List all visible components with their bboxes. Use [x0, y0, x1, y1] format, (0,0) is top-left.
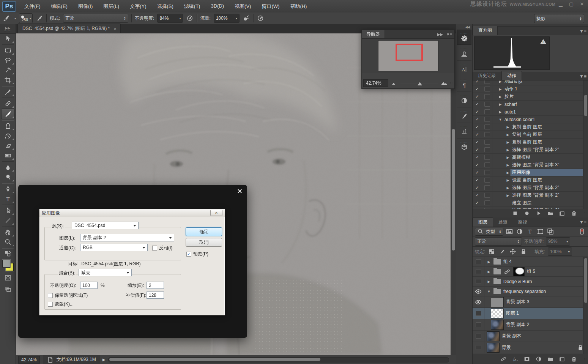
- action-dialog-toggle[interactable]: [482, 93, 492, 100]
- action-row-9[interactable]: ✓▶选择 图层 “背景 副本 2”: [473, 146, 588, 154]
- layer-select[interactable]: 背景 副本 2: [80, 234, 174, 241]
- horizontal-scrollbar[interactable]: [108, 357, 449, 362]
- panel-menu-icon[interactable]: ▼≡: [579, 74, 586, 79]
- trash-icon[interactable]: [571, 210, 577, 217]
- adjustments-icon[interactable]: [516, 228, 523, 235]
- expand-triangle-icon[interactable]: ▶: [505, 163, 511, 167]
- layer-name[interactable]: 背景 副本: [502, 333, 521, 339]
- expand-triangle-icon[interactable]: ▶: [498, 95, 503, 99]
- menu-item-4[interactable]: 文字(Y): [125, 2, 151, 11]
- vector-filter-icon[interactable]: [536, 228, 544, 235]
- layer-row-2[interactable]: ▶Dodge & Burn: [473, 277, 588, 287]
- menu-item-10[interactable]: 帮助(H): [285, 2, 311, 11]
- action-label[interactable]: 复制 当前 图层: [511, 131, 588, 138]
- action-check-icon[interactable]: ✓: [473, 108, 482, 115]
- gradient-tool[interactable]: [2, 151, 14, 161]
- trash-icon[interactable]: [571, 356, 577, 362]
- layer-name[interactable]: 背景 副本 3: [506, 299, 529, 305]
- line-tool[interactable]: [2, 216, 14, 225]
- resize-grip[interactable]: ∷: [584, 211, 586, 215]
- airbrush-icon[interactable]: [243, 14, 250, 22]
- visibility-empty-well[interactable]: [473, 331, 484, 342]
- dialog-close-icon[interactable]: ✕: [210, 210, 222, 216]
- action-label[interactable]: 复制 当前 图层: [511, 139, 588, 146]
- action-row-11[interactable]: ✓▶选择 图层 “背景 副本 3”: [473, 161, 588, 169]
- warning-icon[interactable]: [540, 39, 546, 44]
- zoom-tool[interactable]: [2, 237, 14, 247]
- eye-icon[interactable]: [473, 296, 484, 307]
- expand-triangle-icon[interactable]: ▶: [505, 156, 511, 159]
- dock-materials-icon[interactable]: ⋯⋯: [457, 139, 471, 154]
- action-check-icon[interactable]: ✓: [473, 184, 482, 191]
- action-check-icon[interactable]: ✓: [473, 169, 482, 176]
- action-check-icon[interactable]: ✓: [473, 139, 482, 146]
- stop-icon[interactable]: [512, 210, 519, 217]
- path-select-tool[interactable]: [2, 206, 14, 216]
- action-row-3[interactable]: ✓▶scharf: [473, 101, 588, 108]
- menu-item-5[interactable]: 选择(S): [152, 2, 178, 11]
- eraser-tool[interactable]: [2, 141, 14, 151]
- foreground-color-swatch[interactable]: [2, 260, 10, 268]
- action-dialog-toggle[interactable]: [482, 199, 492, 206]
- cancel-button[interactable]: 取消: [186, 238, 222, 247]
- action-label[interactable]: 复制 当前 图层: [511, 123, 588, 131]
- layer-row-0[interactable]: ▶组 4: [473, 257, 588, 267]
- tools-panel-header[interactable]: ▶▶ ::::::: [0, 24, 16, 34]
- action-check-icon[interactable]: ✓: [473, 199, 482, 206]
- layer-opacity-select[interactable]: 95% ▾: [546, 237, 570, 246]
- layer-thumbnail[interactable]: [491, 320, 504, 330]
- tab-close-icon[interactable]: ×: [114, 26, 117, 32]
- workspace-select[interactable]: 摄影 ▲▼: [534, 14, 584, 23]
- layer-thumbnail[interactable]: [491, 297, 504, 307]
- layer-fill-select[interactable]: 100% ▾: [548, 247, 572, 256]
- layer-name[interactable]: 背景: [502, 344, 511, 351]
- layer-row-3[interactable]: ▼frequency separation: [473, 287, 588, 296]
- visibility-empty-well[interactable]: [473, 308, 484, 319]
- action-label[interactable]: 选择 图层 “背景 副本 2”: [511, 184, 588, 191]
- layer-thumbnail[interactable]: [487, 331, 500, 341]
- action-row-6[interactable]: ✓▶复制 当前 图层: [473, 123, 588, 131]
- action-row-7[interactable]: ✓▶复制 当前 图层: [473, 131, 588, 139]
- collapse-arrows-icon[interactable]: ▶▶: [437, 32, 443, 36]
- dock-paragraph-icon[interactable]: ⋯⋯¶: [457, 76, 471, 92]
- new-item-icon[interactable]: [559, 356, 566, 362]
- dock-character-icon[interactable]: ⋯⋯A: [457, 61, 471, 76]
- action-label[interactable]: 高斯模糊: [511, 154, 588, 161]
- layer-row-6[interactable]: 背景 副本 2: [473, 319, 588, 331]
- folder-icon[interactable]: [547, 356, 554, 362]
- filter-toggle-icon[interactable]: [578, 228, 586, 235]
- layer-row-7[interactable]: 背景 副本: [473, 331, 588, 342]
- layer-name[interactable]: 组 4: [503, 258, 512, 265]
- expand-triangle-icon[interactable]: ▶: [505, 148, 511, 152]
- visibility-empty-well[interactable]: [473, 277, 484, 286]
- blend-select[interactable]: 减去: [79, 269, 132, 276]
- collapse-triangle-icon[interactable]: ▼: [487, 290, 491, 293]
- visibility-empty-well[interactable]: [473, 267, 484, 276]
- brush-tool[interactable]: [1, 109, 15, 119]
- lock-paint-icon[interactable]: [498, 248, 506, 255]
- zoom-out-mountains-icon[interactable]: [391, 79, 398, 87]
- resize-grip[interactable]: ∷: [584, 357, 586, 361]
- action-dialog-toggle[interactable]: [482, 154, 492, 161]
- action-row-8[interactable]: ✓▶复制 当前 图层: [473, 139, 588, 146]
- brush-tool-icon[interactable]: [2, 14, 10, 22]
- menu-item-8[interactable]: 视图(V): [230, 2, 255, 11]
- expand-triangle-icon[interactable]: ▶: [487, 260, 491, 264]
- offset-input[interactable]: 128: [147, 292, 164, 299]
- layers-scrollbar[interactable]: [583, 257, 588, 354]
- menu-item-0[interactable]: 文件(F): [20, 2, 45, 11]
- action-dialog-toggle[interactable]: [482, 146, 492, 153]
- action-check-icon[interactable]: ✓: [473, 85, 482, 93]
- action-dialog-toggle[interactable]: [482, 184, 492, 191]
- toggle-brush-panel-icon[interactable]: [36, 14, 43, 22]
- preview-checkbox[interactable]: ✓: [186, 252, 191, 257]
- menu-item-1[interactable]: 编辑(E): [47, 2, 72, 11]
- panel-menu-icon[interactable]: ▼≡: [446, 32, 452, 36]
- action-row-13[interactable]: ✓▶设置 当前 图层: [473, 176, 588, 184]
- navigator-view-frame[interactable]: [396, 44, 423, 61]
- expand-triangle-icon[interactable]: ▶: [498, 110, 503, 114]
- mask-checkbox[interactable]: [48, 302, 53, 307]
- action-label[interactable]: 胶片: [503, 93, 588, 100]
- action-row-10[interactable]: ✓▶高斯模糊: [473, 154, 588, 161]
- histogram-tab[interactable]: 直方图: [473, 26, 498, 35]
